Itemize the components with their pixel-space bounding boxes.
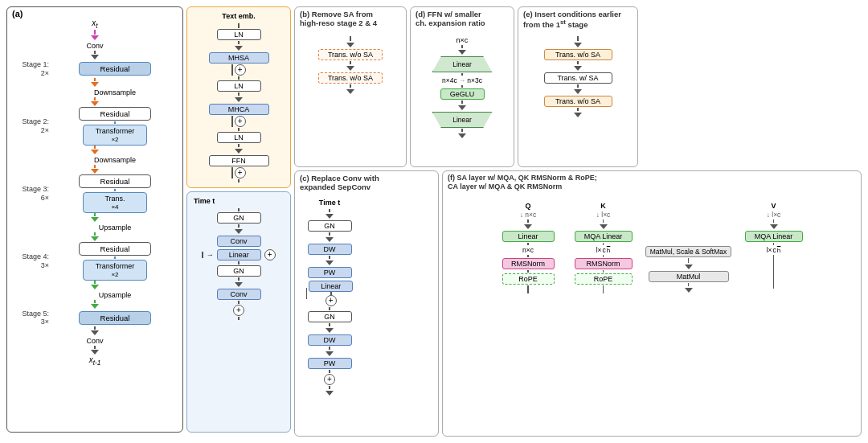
linear-top-d: Linear: [432, 56, 493, 72]
stage5-residual: Residual: [79, 311, 151, 325]
v-dim: ↓ l×c: [767, 211, 781, 219]
stage2-transformer: Transformer×2: [83, 125, 147, 146]
mhsa-box: MHSA: [209, 52, 269, 64]
ln3-box: LN: [217, 132, 261, 143]
panel-c-title: (c) Replace Conv withexpanded SepConv: [300, 174, 379, 192]
stage1-residual: Residual: [79, 62, 151, 76]
mqa-linear-v: MQA Linear: [745, 231, 803, 242]
linear-q: Linear: [502, 231, 555, 242]
ln2-box: LN: [217, 80, 261, 92]
matmul-scale-box: MatMul, Scale & SoftMax: [645, 246, 731, 257]
stage4-transformer: Transformer×2: [83, 260, 147, 281]
trans-wo-sa-e2: Trans. w/o SA: [544, 96, 612, 107]
linear-box-mid: →: [207, 251, 214, 259]
pw-c: PW: [308, 267, 352, 278]
trans-wo-sa-e1: Trans. w/o SA: [544, 49, 612, 60]
trans-wo-sa-1: Trans. w/o SA: [318, 49, 383, 60]
linear-c: Linear: [309, 281, 353, 292]
panel-c: (c) Replace Conv withexpanded SepConv Ti…: [294, 170, 439, 437]
k-dim: ↓ l×c: [596, 211, 611, 219]
rope-k: RoPE: [575, 273, 633, 285]
matmul-box: MatMul: [649, 271, 729, 282]
upsample-1: Upsample: [59, 224, 132, 232]
linear-bot-d: Linear: [432, 112, 493, 128]
stage2-mult: 2×: [12, 126, 49, 135]
panel-a-label: (a): [12, 9, 23, 18]
stage5-mult: 3×: [12, 318, 49, 326]
panel-f: (f) SA layer w/ MQA, QK RMSNorm & RoPE;C…: [442, 170, 862, 437]
k-column: K ↓ l×c MQA Linear l× ch RMSNorm RoPE: [567, 202, 640, 293]
diagram-area: (a) xt Conv Stage 1: 2×: [6, 6, 862, 437]
conv2-box: Conv: [217, 289, 261, 300]
v-column: V ↓ l×c MQA Linear l× ch: [738, 202, 810, 289]
stage1-mult: 2×: [12, 69, 49, 78]
panel-e: (e) Insert conditions earlierfrom the 1s…: [518, 6, 638, 167]
panel-a: (a) xt Conv Stage 1: 2×: [6, 6, 183, 433]
conv-top-label: Conv: [86, 42, 103, 50]
panel-d-flow: n×c Linear n×4c → n×3c GeGLU: [417, 36, 507, 139]
plus1: +: [235, 64, 246, 76]
right-top: (b) Remove SA fromhigh-reso stage 2 & 4 …: [294, 6, 862, 167]
panel-orange: Text emb. LN MHSA + LN MHCA: [186, 6, 291, 188]
v-label: V: [771, 202, 776, 210]
stage4-label: Stage 4:: [12, 252, 49, 261]
xt-label: xt: [92, 18, 97, 30]
conv-bottom-label: Conv: [86, 337, 103, 345]
gn1-box: GN: [217, 212, 261, 224]
stage3-label: Stage 3:: [12, 185, 49, 194]
stage3-trans: Trans.×4: [83, 192, 147, 213]
pw2-c: PW: [308, 358, 352, 369]
plus5: +: [233, 305, 244, 316]
stage4-mult: 3×: [12, 261, 49, 270]
plus3: +: [235, 167, 246, 178]
time-label: Time t: [194, 197, 284, 205]
text-emb-label: Text emb.: [194, 12, 284, 20]
plus-c1: +: [326, 295, 337, 306]
right-section: (b) Remove SA fromhigh-reso stage 2 & 4 …: [294, 6, 862, 437]
geglu-box: GeGLU: [440, 88, 485, 100]
gn-c: GN: [308, 220, 352, 232]
trans-wo-sa-2: Trans. w/o SA: [318, 72, 383, 84]
panel-c-inner: Time t GN DW PW: [301, 199, 432, 428]
panel-e-title: (e) Insert conditions earlierfrom the 1s…: [523, 10, 621, 30]
stage2-residual: Residual: [79, 107, 151, 121]
rmsnorm-k: RMSNorm: [575, 258, 633, 269]
upsample-2: Upsample: [59, 291, 132, 299]
v-dim2: l× ch: [767, 246, 781, 254]
main-container: (a) xt Conv Stage 1: 2×: [0, 0, 868, 443]
right-bottom: (c) Replace Conv withexpanded SepConv Ti…: [294, 170, 862, 437]
gn2-box: GN: [217, 265, 261, 277]
panel-e-flow: Trans. w/o SA Trans. w/ SA Trans. w/o SA: [525, 36, 631, 118]
gn2-c: GN: [308, 311, 352, 322]
q-dim: ↓ n×c: [520, 211, 537, 219]
panel-f-columns: Q ↓ n×c Linear n×c RMSNorm RoPE: [449, 202, 854, 293]
panel-b-flow: Trans. w/o SA Trans. w/o SA: [301, 36, 399, 95]
q-column: Q ↓ n×c Linear n×c RMSNorm RoPE: [494, 202, 563, 293]
time-flow: GN Conv → Linear +: [194, 208, 284, 320]
downsample-1: Downsample: [54, 88, 136, 96]
dw-c: DW: [308, 244, 352, 255]
stage1-label: Stage 1:: [12, 60, 49, 69]
rope-q: RoPE: [502, 273, 555, 285]
q-label: Q: [525, 202, 530, 210]
conv1-box: Conv: [217, 236, 261, 247]
ffn-box: FFN: [209, 155, 269, 166]
stage2-label: Stage 2:: [12, 117, 49, 126]
panel-mid: Text emb. LN MHSA + LN MHCA: [186, 6, 291, 433]
panel-b-title: (b) Remove SA fromhigh-reso stage 2 & 4: [300, 10, 377, 28]
plus-c2: +: [324, 374, 335, 385]
nxc-label: n×c: [457, 36, 469, 44]
stage4-residual: Residual: [79, 242, 151, 256]
downsample-2: Downsample: [54, 156, 136, 164]
dw2-c: DW: [308, 334, 352, 346]
plus4: +: [264, 249, 276, 260]
panel-d: (d) FFN w/ smallerch. expansion ratio n×…: [410, 6, 514, 167]
panel-f-title: (f) SA layer w/ MQA, QK RMSNorm & RoPE;C…: [448, 174, 597, 191]
trans-w-sa-e: Trans. w/ SA: [544, 72, 612, 84]
stage3-mult: 6×: [12, 194, 49, 203]
k-label: K: [600, 202, 606, 210]
panel-d-title: (d) FFN w/ smallerch. expansion ratio: [416, 10, 485, 28]
time-t-label-c: Time t: [319, 199, 340, 207]
xt1-label: xt-1: [89, 355, 101, 367]
ln1-box: LN: [217, 29, 261, 40]
